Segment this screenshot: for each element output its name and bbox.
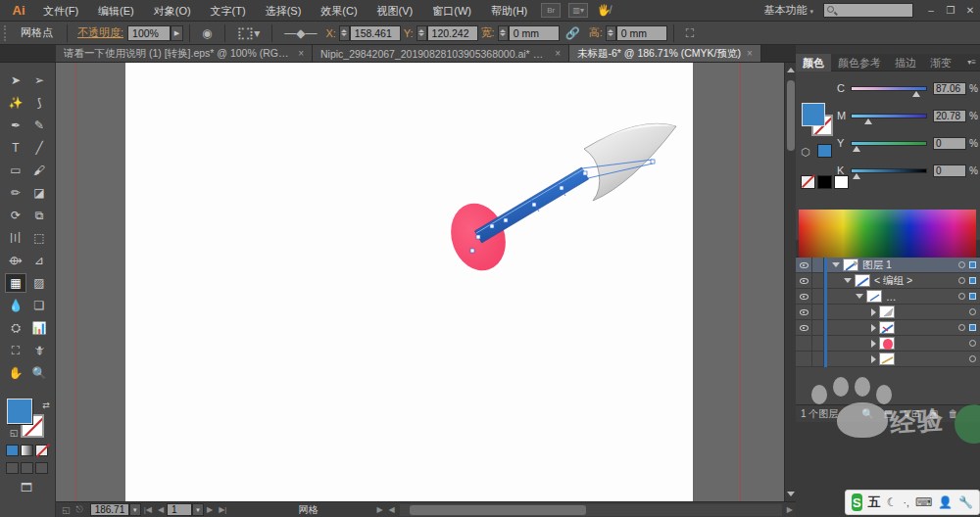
- none-swatch[interactable]: [801, 175, 815, 189]
- menu-help[interactable]: 帮助(H): [481, 0, 537, 22]
- layer-row-1[interactable]: 图层 1: [796, 258, 980, 273]
- tab-close-icon[interactable]: ×: [555, 48, 561, 59]
- hscroll-right-icon[interactable]: ▶: [787, 505, 793, 514]
- layer-row-5[interactable]: [796, 320, 980, 336]
- layer-name[interactable]: < 编组 >: [874, 274, 912, 288]
- symbol-sprayer-tool[interactable]: ⛭: [5, 318, 26, 338]
- layer-thumbnail[interactable]: [855, 274, 870, 287]
- layer-row-6[interactable]: [796, 336, 980, 352]
- x-input[interactable]: 158.461: [350, 25, 401, 41]
- column-graph-tool[interactable]: 📊: [28, 318, 50, 338]
- menu-select[interactable]: 选择(S): [256, 0, 312, 22]
- scroll-up-icon[interactable]: [787, 68, 795, 72]
- slider-thumb[interactable]: [853, 173, 860, 179]
- target-icon[interactable]: [958, 277, 965, 284]
- out-of-gamut-cube-icon[interactable]: ⬡: [801, 146, 810, 159]
- sogou-logo-icon[interactable]: S: [852, 494, 862, 511]
- slider-thumb[interactable]: [912, 91, 920, 97]
- zoom-level-input[interactable]: 186.71: [90, 503, 129, 516]
- width-input[interactable]: 0 mm: [509, 25, 560, 41]
- curvature-tool[interactable]: ✎: [28, 116, 50, 135]
- perspective-grid-tool[interactable]: ⊿: [28, 251, 50, 270]
- direct-selection-tool[interactable]: ➢: [28, 70, 50, 90]
- slice-tool[interactable]: 🗡: [28, 341, 50, 360]
- constrain-link-icon[interactable]: 🔗: [565, 26, 580, 40]
- gradient-mode-button[interactable]: [21, 445, 33, 456]
- scroll-down-icon[interactable]: [787, 492, 795, 496]
- mesh-options-icon[interactable]: ⣏⣹▾: [237, 26, 261, 40]
- share-icon[interactable]: ⎋: [76, 504, 83, 515]
- last-artboard-icon[interactable]: ▶|: [219, 505, 226, 514]
- fill-proxy-swatch[interactable]: [802, 103, 825, 126]
- layer-name[interactable]: 图层 1: [862, 258, 892, 272]
- vertical-scroll-thumb[interactable]: [787, 80, 795, 151]
- menu-edit[interactable]: 编辑(E): [88, 0, 144, 22]
- slider-thumb[interactable]: [853, 146, 860, 152]
- gradient-tool[interactable]: ▨: [28, 273, 50, 293]
- black-value-input[interactable]: 0: [933, 164, 966, 177]
- layer-row-3[interactable]: …: [796, 289, 980, 305]
- lock-toggle[interactable]: [812, 336, 824, 352]
- window-close-button[interactable]: ✕: [960, 5, 980, 16]
- prev-artboard-icon[interactable]: ◀: [158, 505, 164, 514]
- menu-type[interactable]: 文字(T): [201, 0, 256, 22]
- menu-view[interactable]: 视图(V): [368, 0, 423, 22]
- paintbrush-tool[interactable]: 🖌: [28, 161, 50, 180]
- cyan-slider[interactable]: [851, 86, 927, 91]
- menu-file[interactable]: 文件(F): [33, 0, 88, 22]
- lock-toggle[interactable]: [812, 305, 824, 320]
- visibility-toggle[interactable]: [796, 352, 812, 367]
- menu-effect[interactable]: 效果(C): [311, 0, 367, 22]
- target-icon[interactable]: [969, 355, 976, 362]
- visibility-toggle[interactable]: [796, 273, 812, 289]
- free-transform-tool[interactable]: ⬚: [28, 228, 50, 248]
- shape-builder-tool[interactable]: ⟴: [5, 251, 26, 270]
- new-sublayer-icon[interactable]: ↳⊞: [903, 408, 919, 419]
- layer-row-2[interactable]: < 编组 >: [796, 273, 980, 289]
- artboard-number-input[interactable]: 1: [167, 503, 192, 516]
- slider-thumb[interactable]: [864, 118, 872, 124]
- zoom-tool[interactable]: 🔍: [28, 363, 50, 383]
- expand-icon[interactable]: [871, 308, 876, 316]
- artboard-dropdown-button[interactable]: ▼: [192, 503, 204, 516]
- height-input[interactable]: 0 mm: [616, 25, 667, 41]
- visibility-toggle[interactable]: [796, 320, 812, 336]
- selection-tool[interactable]: ➤: [5, 70, 26, 90]
- horizontal-scroll-thumb[interactable]: [410, 505, 586, 515]
- tab-close-icon[interactable]: ×: [298, 48, 304, 59]
- tab-color-guide[interactable]: 颜色参考: [831, 54, 888, 71]
- workspace-switcher[interactable]: 基本功能 ▾: [763, 3, 813, 18]
- layer-thumbnail[interactable]: [879, 306, 895, 318]
- next-artboard-icon[interactable]: ▶: [207, 505, 213, 514]
- panel-menu-icon[interactable]: ▾≡: [967, 58, 976, 67]
- opacity-link[interactable]: 不透明度:: [77, 25, 123, 40]
- layer-thumbnail[interactable]: [879, 321, 895, 334]
- search-input[interactable]: [823, 3, 913, 18]
- pen-tool[interactable]: ✒: [5, 116, 26, 135]
- layer-name[interactable]: …: [886, 291, 897, 303]
- color-mode-button[interactable]: [6, 445, 19, 456]
- layer-thumbnail[interactable]: [879, 337, 895, 350]
- hscroll-left-icon[interactable]: ◀: [389, 505, 395, 514]
- window-minimize-button[interactable]: –: [921, 5, 941, 16]
- ime-toolbar[interactable]: S 五 ☾ ·, ⌨ 👤 🔧: [845, 490, 980, 515]
- visibility-toggle[interactable]: [796, 289, 812, 305]
- make-clipping-mask-icon[interactable]: ⬒: [884, 408, 893, 419]
- document-tab-2[interactable]: Nipic_29842067_20190828103905368000.ai* …: [313, 45, 569, 62]
- y-input[interactable]: 120.242: [427, 25, 478, 41]
- keyboard-icon[interactable]: ⌨: [915, 495, 932, 509]
- screen-mode-button[interactable]: 🗖: [16, 478, 37, 497]
- width-stepper[interactable]: [498, 25, 509, 41]
- in-gamut-color-chip[interactable]: [817, 144, 832, 158]
- arrange-documents-icon[interactable]: ▥▾: [568, 3, 588, 18]
- bridge-icon[interactable]: Br: [541, 3, 561, 18]
- visibility-toggle[interactable]: [796, 258, 812, 273]
- lock-toggle[interactable]: [812, 258, 824, 273]
- first-artboard-icon[interactable]: |◀: [144, 505, 152, 514]
- x-stepper[interactable]: [339, 25, 350, 41]
- zoom-dropdown-button[interactable]: ▼: [129, 503, 141, 516]
- layer-thumbnail[interactable]: [866, 290, 882, 303]
- ime-mode-wubi[interactable]: 五: [868, 494, 881, 511]
- y-stepper[interactable]: [416, 25, 427, 41]
- opacity-dropdown-button[interactable]: ▶: [171, 25, 183, 41]
